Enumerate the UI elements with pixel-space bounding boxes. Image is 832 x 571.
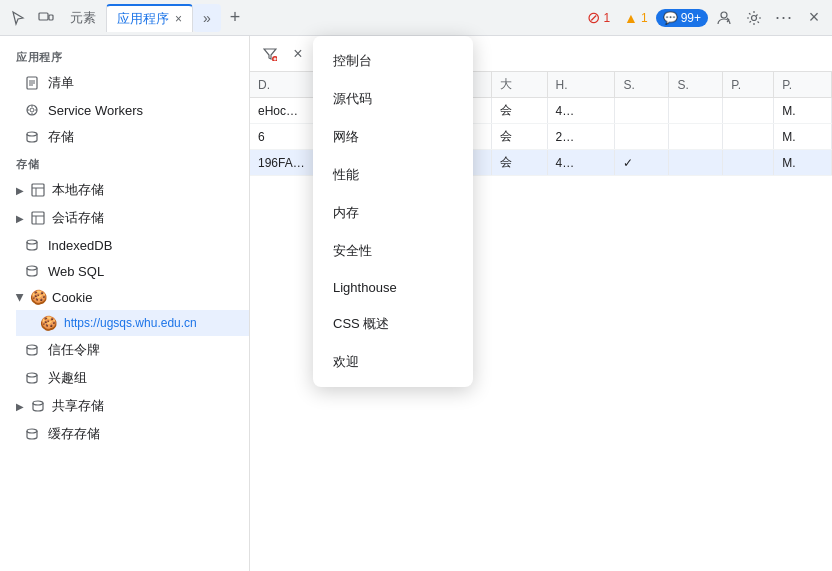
device-icon[interactable] (32, 4, 60, 32)
cookie-icon: 🍪 (30, 289, 46, 305)
svg-point-26 (27, 429, 37, 433)
svg-point-21 (27, 240, 37, 244)
dropdown-item-欢迎[interactable]: 欢迎 (313, 343, 473, 381)
manifest-icon (24, 75, 40, 91)
dropdown-item-lighthouse[interactable]: Lighthouse (313, 270, 473, 305)
toolbar-icons: ⊘ 1 ▲ 1 💬 99+ (581, 4, 828, 32)
sidebar-item-cache-storage[interactable]: 缓存存储 (0, 420, 249, 448)
dropdown-item-安全性[interactable]: 安全性 (313, 232, 473, 270)
sidebar-item-storage-app[interactable]: 存储 (0, 123, 249, 151)
sidebar: 应用程序 清单 (0, 36, 250, 571)
svg-point-25 (33, 401, 43, 405)
svg-point-22 (27, 266, 37, 270)
warn-badge[interactable]: ▲ 1 (618, 8, 654, 28)
tab-bar: 元素 应用程序 × » + ⊘ 1 ▲ 1 💬 99+ (0, 0, 832, 36)
sidebar-item-service-workers[interactable]: Service Workers (0, 97, 249, 123)
svg-rect-18 (32, 212, 44, 224)
cache-icon (24, 426, 40, 442)
svg-rect-1 (49, 15, 53, 20)
close-devtools-icon[interactable]: × (800, 4, 828, 32)
app-section-title: 应用程序 (0, 44, 249, 69)
col-p3: P. (774, 72, 832, 98)
col-s1: S. (615, 72, 669, 98)
tab-elements[interactable]: 元素 (60, 4, 106, 32)
tab-close-icon[interactable]: × (175, 12, 182, 26)
dropdown-item-网络[interactable]: 网络 (313, 118, 473, 156)
arrow-icon: ▶ (16, 401, 24, 412)
websql-icon (24, 263, 40, 279)
session-storage-icon (30, 210, 46, 226)
message-badge[interactable]: 💬 99+ (656, 9, 708, 27)
filter-icon[interactable] (258, 42, 282, 66)
dropdown-item-性能[interactable]: 性能 (313, 156, 473, 194)
svg-point-23 (27, 345, 37, 349)
sidebar-item-cookie-url[interactable]: 🍪 https://ugsqs.whu.edu.cn (16, 310, 249, 336)
storage-icon (24, 129, 40, 145)
settings-icon[interactable] (740, 4, 768, 32)
sidebar-item-shared-storage[interactable]: ▶ 共享存储 (0, 392, 249, 420)
arrow-icon: ▶ (16, 213, 24, 224)
svg-point-2 (721, 12, 727, 18)
indexeddb-icon (24, 237, 40, 253)
user-icon[interactable] (710, 4, 738, 32)
tab-application[interactable]: 应用程序 × (106, 4, 193, 32)
add-tab-button[interactable]: + (221, 4, 249, 32)
sidebar-item-local-storage[interactable]: ▶ 本地存储 (0, 176, 249, 204)
svg-point-9 (30, 108, 34, 112)
sidebar-item-interest-groups[interactable]: 兴趣组 (0, 364, 249, 392)
warn-triangle-icon: ▲ (624, 10, 638, 26)
dropdown-item-内存[interactable]: 内存 (313, 194, 473, 232)
sidebar-item-websql[interactable]: Web SQL (0, 258, 249, 284)
chat-icon: 💬 (663, 11, 678, 25)
sidebar-item-session-storage[interactable]: ▶ 会话存储 (0, 204, 249, 232)
col-s2: S. (669, 72, 723, 98)
sidebar-item-cookie[interactable]: ▶ 🍪 Cookie (0, 284, 249, 310)
service-worker-icon (24, 102, 40, 118)
error-dot-icon: ⊘ (587, 8, 600, 27)
more-tabs-button[interactable]: » (193, 4, 221, 32)
col-size: 大 (492, 72, 547, 98)
cookie-sub: 🍪 https://ugsqs.whu.edu.cn (0, 310, 249, 336)
dropdown-item-控制台[interactable]: 控制台 (313, 42, 473, 80)
arrow-icon: ▶ (16, 185, 24, 196)
arrow-icon: ▶ (15, 293, 26, 301)
sidebar-item-trust-tokens[interactable]: 信任令牌 (0, 336, 249, 364)
dropdown-item-css-概述[interactable]: CSS 概述 (313, 305, 473, 343)
close-panel-icon[interactable]: × (286, 42, 310, 66)
interest-group-icon (24, 370, 40, 386)
col-p2: P. (723, 72, 774, 98)
dropdown-item-源代码[interactable]: 源代码 (313, 80, 473, 118)
sidebar-item-manifest[interactable]: 清单 (0, 69, 249, 97)
cursor-icon[interactable] (4, 4, 32, 32)
svg-rect-15 (32, 184, 44, 196)
cookie-url-icon: 🍪 (40, 315, 56, 331)
svg-point-3 (752, 15, 757, 20)
shared-storage-icon (30, 398, 46, 414)
error-badge[interactable]: ⊘ 1 (581, 6, 616, 29)
local-storage-icon (30, 182, 46, 198)
storage-section-title: 存储 (0, 151, 249, 176)
svg-rect-0 (39, 13, 48, 20)
dropdown-menu: 控制台源代码网络性能内存安全性LighthouseCSS 概述欢迎 (313, 36, 473, 387)
trust-token-icon (24, 342, 40, 358)
svg-point-24 (27, 373, 37, 377)
col-h: H. (547, 72, 615, 98)
sidebar-item-indexeddb[interactable]: IndexedDB (0, 232, 249, 258)
svg-point-14 (27, 132, 37, 136)
more-options-icon[interactable]: ··· (770, 4, 798, 32)
